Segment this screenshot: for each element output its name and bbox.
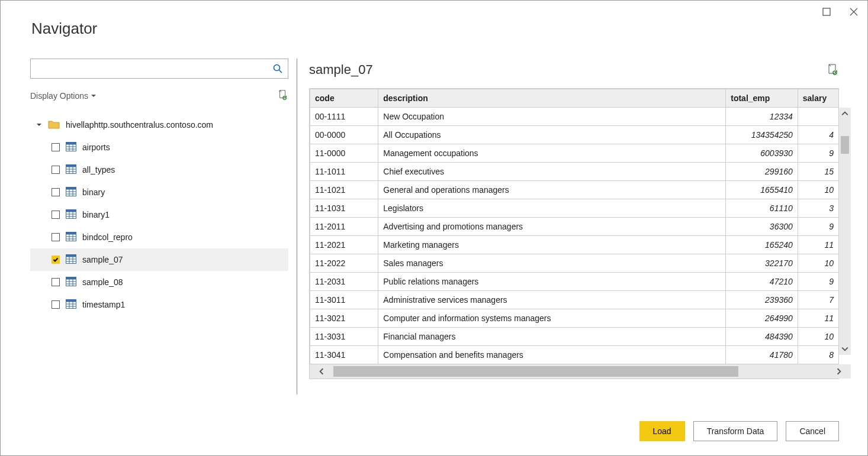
cell-description: Legislators xyxy=(378,199,726,218)
table-row[interactable]: 11-2021Marketing managers16524011 xyxy=(310,236,839,254)
checkbox[interactable] xyxy=(52,143,60,151)
cell-salary: 7 xyxy=(798,291,838,309)
vscroll-thumb[interactable] xyxy=(841,136,849,154)
scroll-up-icon[interactable] xyxy=(839,108,851,119)
hscroll-thumb[interactable] xyxy=(333,366,738,377)
cell-code: 11-2031 xyxy=(310,273,378,291)
search-input[interactable] xyxy=(31,60,268,77)
svg-rect-0 xyxy=(823,8,830,15)
svg-rect-45 xyxy=(66,299,76,302)
cell-total-emp: 47210 xyxy=(726,273,798,291)
table-row[interactable]: 11-3041Compensation and benefits manager… xyxy=(310,346,839,364)
table-icon xyxy=(66,164,76,176)
cell-salary: 10 xyxy=(798,328,838,346)
cell-total-emp: 134354250 xyxy=(726,126,798,144)
col-code[interactable]: code xyxy=(310,89,378,108)
svg-rect-33 xyxy=(66,254,76,257)
table-row[interactable]: 00-0000All Occupations1343542504 xyxy=(310,126,839,144)
cell-description: Chief executives xyxy=(378,163,726,181)
table-row[interactable]: 11-1021General and operations managers16… xyxy=(310,181,839,199)
svg-rect-39 xyxy=(66,277,76,279)
display-options-button[interactable]: Display Options xyxy=(30,91,97,101)
cell-description: Administrative services managers xyxy=(378,291,726,309)
cell-description: Compensation and benefits managers xyxy=(378,346,726,364)
svg-rect-3 xyxy=(66,142,76,144)
cell-salary: 10 xyxy=(798,181,838,199)
cell-salary xyxy=(798,108,838,126)
cell-code: 11-3041 xyxy=(310,346,378,364)
tree-item-label: timestamp1 xyxy=(82,300,125,309)
vertical-scrollbar[interactable] xyxy=(839,108,851,355)
tree-item-label: all_types xyxy=(82,165,115,174)
scroll-down-icon[interactable] xyxy=(839,343,851,355)
tree-root[interactable]: hivellaphttp.southcentralus.contoso.com xyxy=(30,114,288,136)
col-description[interactable]: description xyxy=(378,89,726,108)
tree-item[interactable]: sample_07 xyxy=(30,248,288,271)
chevron-down-icon xyxy=(91,93,97,99)
tree-item-label: airports xyxy=(82,143,110,152)
tree-item[interactable]: all_types xyxy=(30,159,288,181)
horizontal-scrollbar[interactable] xyxy=(310,364,851,379)
tree-item[interactable]: timestamp1 xyxy=(30,293,288,316)
dialog-title: Navigator xyxy=(1,1,867,38)
scroll-left-icon[interactable] xyxy=(310,364,333,379)
cell-total-emp: 1655410 xyxy=(726,181,798,199)
table-icon xyxy=(66,187,76,198)
cell-salary: 9 xyxy=(798,218,838,236)
checkbox[interactable] xyxy=(52,278,60,286)
refresh-tree-icon[interactable] xyxy=(278,89,288,102)
tree-item[interactable]: binary xyxy=(30,181,288,203)
search-icon[interactable] xyxy=(268,64,288,73)
cell-description: Computer and information systems manager… xyxy=(378,309,726,328)
table-icon xyxy=(66,232,76,243)
maximize-icon[interactable] xyxy=(821,7,832,19)
col-salary[interactable]: salary xyxy=(798,89,838,108)
checkbox[interactable] xyxy=(52,300,60,309)
table-row[interactable]: 11-1011Chief executives29916015 xyxy=(310,163,839,181)
tree-item[interactable]: bindcol_repro xyxy=(30,226,288,248)
tree-item-label: binary xyxy=(82,187,105,197)
cell-total-emp: 36300 xyxy=(726,218,798,236)
checkbox[interactable] xyxy=(52,188,60,196)
cell-salary: 11 xyxy=(798,236,838,254)
checkbox[interactable] xyxy=(52,166,60,174)
table-row[interactable]: 11-2022Sales managers32217010 xyxy=(310,254,839,273)
svg-point-1 xyxy=(274,65,280,71)
scroll-right-icon[interactable] xyxy=(827,364,851,379)
table-row[interactable]: 11-3031Financial managers48439010 xyxy=(310,328,839,346)
tree-item[interactable]: binary1 xyxy=(30,203,288,226)
cell-total-emp: 264990 xyxy=(726,309,798,328)
cell-description: Public relations managers xyxy=(378,273,726,291)
tree-item[interactable]: sample_08 xyxy=(30,271,288,293)
cell-code: 00-1111 xyxy=(310,108,378,126)
checkbox[interactable] xyxy=(52,233,60,241)
table-row[interactable]: 11-1031Legislators611103 xyxy=(310,199,839,218)
table-row[interactable]: 11-2031Public relations managers472109 xyxy=(310,273,839,291)
close-icon[interactable] xyxy=(848,7,859,19)
transform-data-button[interactable]: Transform Data xyxy=(693,421,778,441)
tree-item-label: sample_07 xyxy=(82,255,123,264)
collapse-icon[interactable] xyxy=(36,120,42,130)
cell-total-emp: 299160 xyxy=(726,163,798,181)
refresh-preview-icon[interactable] xyxy=(827,63,839,77)
cell-salary: 10 xyxy=(798,254,838,273)
table-row[interactable]: 11-3011Administrative services managers2… xyxy=(310,291,839,309)
table-icon xyxy=(66,299,76,311)
cell-description: General and operations managers xyxy=(378,181,726,199)
table-row[interactable]: 00-1111New Occupation12334 xyxy=(310,108,839,126)
tree-item[interactable]: airports xyxy=(30,136,288,159)
cell-code: 11-2022 xyxy=(310,254,378,273)
tree-item-label: sample_08 xyxy=(82,277,123,287)
col-total-emp[interactable]: total_emp xyxy=(726,89,798,108)
cell-total-emp: 165240 xyxy=(726,236,798,254)
cell-total-emp: 41780 xyxy=(726,346,798,364)
table-row[interactable]: 11-0000Management occupations60039309 xyxy=(310,144,839,163)
cancel-button[interactable]: Cancel xyxy=(786,421,839,441)
cell-code: 11-3011 xyxy=(310,291,378,309)
table-row[interactable]: 11-2011Advertising and promotions manage… xyxy=(310,218,839,236)
load-button[interactable]: Load xyxy=(639,421,685,441)
checkbox[interactable] xyxy=(52,256,60,264)
tree-item-label: binary1 xyxy=(82,210,110,219)
table-row[interactable]: 11-3021Computer and information systems … xyxy=(310,309,839,328)
checkbox[interactable] xyxy=(52,211,60,219)
